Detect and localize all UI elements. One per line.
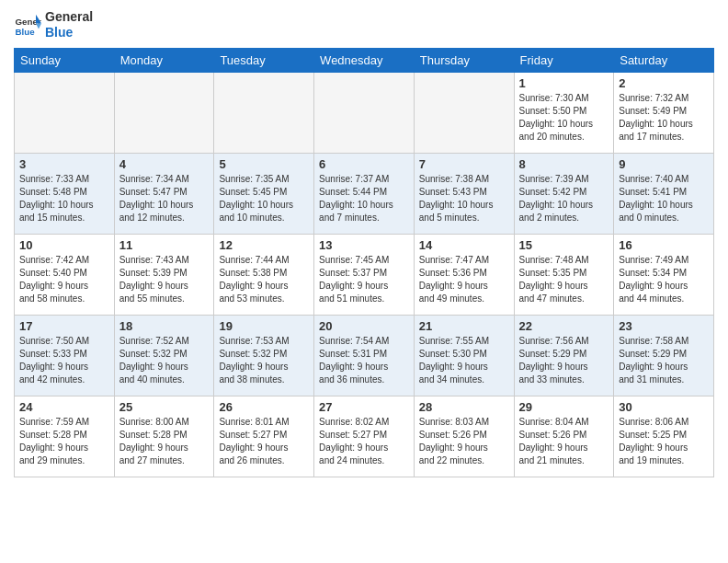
day-info: Sunrise: 7:53 AM Sunset: 5:32 PM Dayligh… (219, 335, 309, 386)
day-info: Sunrise: 7:54 AM Sunset: 5:31 PM Dayligh… (319, 335, 409, 386)
calendar-cell: 2Sunrise: 7:32 AM Sunset: 5:49 PM Daylig… (614, 72, 714, 153)
day-number: 30 (619, 400, 709, 414)
header: General Blue General Blue (14, 9, 714, 40)
weekday-header-tuesday: Tuesday (214, 48, 314, 72)
day-info: Sunrise: 7:45 AM Sunset: 5:37 PM Dayligh… (319, 254, 409, 305)
calendar-cell: 16Sunrise: 7:49 AM Sunset: 5:34 PM Dayli… (614, 234, 714, 315)
calendar-cell (15, 72, 115, 153)
day-number: 13 (319, 238, 409, 252)
day-info: Sunrise: 7:40 AM Sunset: 5:41 PM Dayligh… (619, 173, 709, 224)
calendar-table: SundayMondayTuesdayWednesdayThursdayFrid… (14, 48, 714, 477)
day-number: 26 (219, 400, 309, 414)
calendar-week-4: 17Sunrise: 7:50 AM Sunset: 5:33 PM Dayli… (15, 315, 714, 396)
calendar-cell: 28Sunrise: 8:03 AM Sunset: 5:26 PM Dayli… (414, 396, 514, 477)
day-info: Sunrise: 7:42 AM Sunset: 5:40 PM Dayligh… (19, 254, 109, 305)
day-number: 22 (519, 319, 609, 333)
day-info: Sunrise: 8:04 AM Sunset: 5:26 PM Dayligh… (519, 416, 609, 467)
calendar-header: SundayMondayTuesdayWednesdayThursdayFrid… (15, 48, 714, 72)
day-number: 6 (319, 157, 409, 171)
calendar-cell: 30Sunrise: 8:06 AM Sunset: 5:25 PM Dayli… (614, 396, 714, 477)
day-info: Sunrise: 8:06 AM Sunset: 5:25 PM Dayligh… (619, 416, 709, 467)
day-number: 16 (619, 238, 709, 252)
logo-icon: General Blue (14, 11, 41, 39)
logo-text: General Blue (45, 9, 93, 40)
calendar-cell (414, 72, 514, 153)
calendar-cell: 5Sunrise: 7:35 AM Sunset: 5:45 PM Daylig… (214, 153, 314, 234)
day-number: 24 (19, 400, 109, 414)
calendar-cell: 7Sunrise: 7:38 AM Sunset: 5:43 PM Daylig… (414, 153, 514, 234)
day-number: 11 (119, 238, 210, 252)
day-number: 1 (519, 76, 609, 90)
calendar-cell: 27Sunrise: 8:02 AM Sunset: 5:27 PM Dayli… (314, 396, 415, 477)
day-number: 15 (519, 238, 609, 252)
day-number: 2 (619, 76, 709, 90)
day-number: 29 (519, 400, 609, 414)
calendar-cell: 11Sunrise: 7:43 AM Sunset: 5:39 PM Dayli… (114, 234, 214, 315)
calendar-cell: 24Sunrise: 7:59 AM Sunset: 5:28 PM Dayli… (15, 396, 115, 477)
calendar-cell: 1Sunrise: 7:30 AM Sunset: 5:50 PM Daylig… (514, 72, 614, 153)
day-info: Sunrise: 7:50 AM Sunset: 5:33 PM Dayligh… (19, 335, 109, 386)
day-number: 5 (219, 157, 309, 171)
weekday-header-wednesday: Wednesday (314, 48, 415, 72)
weekday-header-sunday: Sunday (15, 48, 115, 72)
calendar-cell: 22Sunrise: 7:56 AM Sunset: 5:29 PM Dayli… (514, 315, 614, 396)
day-info: Sunrise: 7:52 AM Sunset: 5:32 PM Dayligh… (119, 335, 210, 386)
day-number: 17 (19, 319, 109, 333)
day-info: Sunrise: 8:00 AM Sunset: 5:28 PM Dayligh… (119, 416, 210, 467)
calendar-cell: 20Sunrise: 7:54 AM Sunset: 5:31 PM Dayli… (314, 315, 415, 396)
calendar-cell: 10Sunrise: 7:42 AM Sunset: 5:40 PM Dayli… (15, 234, 115, 315)
day-number: 3 (19, 157, 109, 171)
calendar-cell: 14Sunrise: 7:47 AM Sunset: 5:36 PM Dayli… (414, 234, 514, 315)
calendar-cell: 9Sunrise: 7:40 AM Sunset: 5:41 PM Daylig… (614, 153, 714, 234)
day-info: Sunrise: 8:03 AM Sunset: 5:26 PM Dayligh… (419, 416, 509, 467)
calendar-cell: 18Sunrise: 7:52 AM Sunset: 5:32 PM Dayli… (114, 315, 214, 396)
day-info: Sunrise: 7:32 AM Sunset: 5:49 PM Dayligh… (619, 92, 709, 144)
day-number: 12 (219, 238, 309, 252)
day-info: Sunrise: 7:56 AM Sunset: 5:29 PM Dayligh… (519, 335, 609, 386)
day-info: Sunrise: 7:48 AM Sunset: 5:35 PM Dayligh… (519, 254, 609, 305)
day-info: Sunrise: 7:37 AM Sunset: 5:44 PM Dayligh… (319, 173, 409, 224)
day-number: 19 (219, 319, 309, 333)
calendar-cell (114, 72, 214, 153)
calendar-cell: 3Sunrise: 7:33 AM Sunset: 5:48 PM Daylig… (15, 153, 115, 234)
calendar-cell: 29Sunrise: 8:04 AM Sunset: 5:26 PM Dayli… (514, 396, 614, 477)
day-info: Sunrise: 7:59 AM Sunset: 5:28 PM Dayligh… (19, 416, 109, 467)
day-info: Sunrise: 8:02 AM Sunset: 5:27 PM Dayligh… (319, 416, 409, 467)
day-info: Sunrise: 7:34 AM Sunset: 5:47 PM Dayligh… (119, 173, 210, 224)
weekday-header-friday: Friday (514, 48, 614, 72)
calendar-cell: 13Sunrise: 7:45 AM Sunset: 5:37 PM Dayli… (314, 234, 415, 315)
calendar-week-5: 24Sunrise: 7:59 AM Sunset: 5:28 PM Dayli… (15, 396, 714, 477)
calendar-cell: 17Sunrise: 7:50 AM Sunset: 5:33 PM Dayli… (15, 315, 115, 396)
calendar-cell: 6Sunrise: 7:37 AM Sunset: 5:44 PM Daylig… (314, 153, 415, 234)
day-info: Sunrise: 7:39 AM Sunset: 5:42 PM Dayligh… (519, 173, 609, 224)
day-info: Sunrise: 7:30 AM Sunset: 5:50 PM Dayligh… (519, 92, 609, 144)
day-info: Sunrise: 7:43 AM Sunset: 5:39 PM Dayligh… (119, 254, 210, 305)
calendar-cell (314, 72, 415, 153)
calendar-week-1: 1Sunrise: 7:30 AM Sunset: 5:50 PM Daylig… (15, 72, 714, 153)
day-number: 21 (419, 319, 509, 333)
calendar-cell (214, 72, 314, 153)
day-info: Sunrise: 7:38 AM Sunset: 5:43 PM Dayligh… (419, 173, 509, 224)
weekday-header-saturday: Saturday (614, 48, 714, 72)
calendar-cell: 23Sunrise: 7:58 AM Sunset: 5:29 PM Dayli… (614, 315, 714, 396)
calendar-cell: 25Sunrise: 8:00 AM Sunset: 5:28 PM Dayli… (114, 396, 214, 477)
calendar-cell: 15Sunrise: 7:48 AM Sunset: 5:35 PM Dayli… (514, 234, 614, 315)
weekday-header-monday: Monday (114, 48, 214, 72)
calendar-cell: 4Sunrise: 7:34 AM Sunset: 5:47 PM Daylig… (114, 153, 214, 234)
page-container: General Blue General Blue SundayMondayTu… (0, 0, 728, 482)
day-info: Sunrise: 7:49 AM Sunset: 5:34 PM Dayligh… (619, 254, 709, 305)
calendar-week-2: 3Sunrise: 7:33 AM Sunset: 5:48 PM Daylig… (15, 153, 714, 234)
calendar-cell: 21Sunrise: 7:55 AM Sunset: 5:30 PM Dayli… (414, 315, 514, 396)
day-number: 14 (419, 238, 509, 252)
calendar-cell: 12Sunrise: 7:44 AM Sunset: 5:38 PM Dayli… (214, 234, 314, 315)
day-number: 18 (119, 319, 210, 333)
day-number: 7 (419, 157, 509, 171)
day-info: Sunrise: 7:58 AM Sunset: 5:29 PM Dayligh… (619, 335, 709, 386)
logo: General Blue General Blue (14, 9, 93, 40)
weekday-header-thursday: Thursday (414, 48, 514, 72)
svg-text:Blue: Blue (16, 26, 36, 36)
day-number: 20 (319, 319, 409, 333)
day-info: Sunrise: 7:55 AM Sunset: 5:30 PM Dayligh… (419, 335, 509, 386)
calendar-week-3: 10Sunrise: 7:42 AM Sunset: 5:40 PM Dayli… (15, 234, 714, 315)
day-info: Sunrise: 7:35 AM Sunset: 5:45 PM Dayligh… (219, 173, 309, 224)
